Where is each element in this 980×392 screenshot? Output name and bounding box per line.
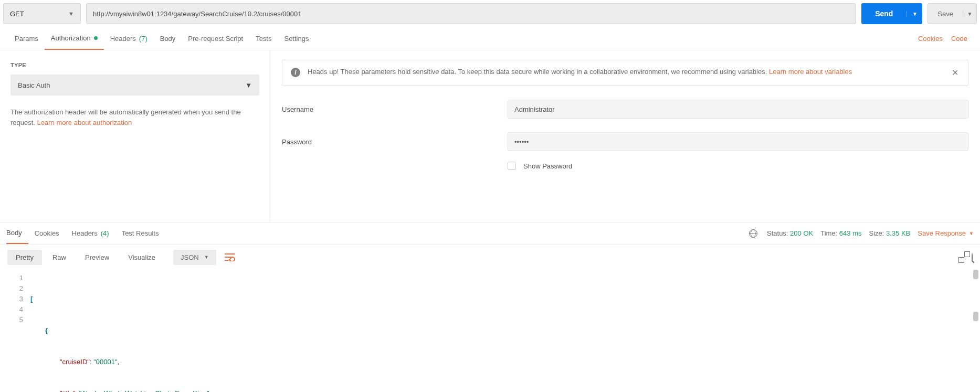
resp-tab-cookies[interactable]: Cookies	[28, 223, 66, 244]
scrollbar[interactable]	[973, 270, 978, 392]
send-dropdown[interactable]: ▼	[907, 11, 922, 17]
line-gutter: 12345	[0, 273, 30, 392]
auth-right-pane: i Heads up! These parameters hold sensit…	[270, 50, 980, 222]
tab-headers[interactable]: Headers (7)	[104, 27, 154, 50]
auth-note: The authorization header will be automat…	[10, 107, 252, 128]
password-input[interactable]	[508, 132, 968, 151]
close-icon[interactable]: ✕	[951, 67, 960, 79]
tab-settings[interactable]: Settings	[278, 27, 315, 50]
tab-authorization[interactable]: Authorization	[45, 27, 104, 50]
show-password-checkbox[interactable]	[508, 162, 516, 170]
password-label: Password	[282, 138, 508, 146]
link-code[interactable]: Code	[947, 35, 972, 43]
chevron-down-icon: ▼	[68, 10, 74, 17]
chevron-down-icon: ▼	[967, 11, 973, 17]
auth-type-value: Basic Auth	[18, 81, 50, 89]
auth-left-pane: TYPE Basic Auth ▼ The authorization head…	[0, 50, 270, 222]
send-button-group: Send ▼	[861, 3, 922, 24]
url-input[interactable]	[86, 3, 856, 24]
save-response-button[interactable]: Save Response ▼	[918, 229, 974, 237]
resp-tab-headers[interactable]: Headers (4)	[66, 223, 115, 244]
resp-tab-body[interactable]: Body	[6, 223, 28, 244]
save-button[interactable]: Save	[928, 4, 963, 24]
time-meta: Time: 643 ms	[820, 229, 861, 237]
auth-type-label: TYPE	[10, 62, 259, 68]
save-button-group: Save ▼	[928, 3, 977, 24]
view-visualize[interactable]: Visualize	[120, 250, 164, 265]
status-dot-icon	[94, 36, 98, 40]
response-toolbar: Pretty Raw Preview Visualize JSON ▼	[0, 245, 980, 270]
view-raw[interactable]: Raw	[44, 250, 75, 265]
save-dropdown[interactable]: ▼	[963, 11, 976, 17]
tab-prerequest[interactable]: Pre-request Script	[182, 27, 249, 50]
tab-tests[interactable]: Tests	[249, 27, 278, 50]
username-label: Username	[282, 105, 508, 113]
info-icon: i	[291, 68, 300, 77]
response-code: [ { "cruiseID": "00001", "title": "Alask…	[30, 273, 980, 392]
response-header: Body Cookies Headers (4) Test Results St…	[0, 223, 980, 245]
http-method-select[interactable]: GET ▼	[3, 3, 81, 24]
auth-type-select[interactable]: Basic Auth ▼	[10, 75, 259, 96]
globe-icon[interactable]	[749, 229, 757, 238]
send-button[interactable]: Send	[861, 3, 907, 24]
learn-more-variables-link[interactable]: Learn more about variables	[769, 68, 852, 76]
link-cookies[interactable]: Cookies	[914, 35, 947, 43]
show-password-label: Show Password	[523, 162, 572, 170]
learn-more-auth-link[interactable]: Learn more about authorization	[37, 119, 132, 126]
response-body-viewer[interactable]: 12345 [ { "cruiseID": "00001", "title": …	[0, 270, 980, 392]
tab-body[interactable]: Body	[154, 27, 182, 50]
tab-params[interactable]: Params	[8, 27, 45, 50]
format-select[interactable]: JSON ▼	[173, 250, 216, 265]
resp-tab-test-results[interactable]: Test Results	[115, 223, 165, 244]
size-meta: Size: 3.35 KB	[869, 229, 911, 237]
search-icon[interactable]	[972, 253, 973, 261]
chevron-down-icon: ▼	[245, 81, 252, 89]
wrap-lines-button[interactable]	[222, 249, 238, 265]
sensitive-data-alert: i Heads up! These parameters hold sensit…	[282, 60, 968, 86]
chevron-down-icon: ▼	[204, 255, 209, 260]
view-pretty[interactable]: Pretty	[7, 250, 42, 265]
chevron-down-icon: ▼	[912, 11, 918, 17]
username-input[interactable]	[508, 100, 968, 119]
request-tabs: Params Authorization Headers (7) Body Pr…	[0, 27, 980, 50]
status-meta: Status: 200 OK	[767, 229, 813, 237]
view-preview[interactable]: Preview	[77, 250, 118, 265]
chevron-down-icon: ▼	[969, 231, 974, 236]
http-method-value: GET	[10, 10, 24, 18]
